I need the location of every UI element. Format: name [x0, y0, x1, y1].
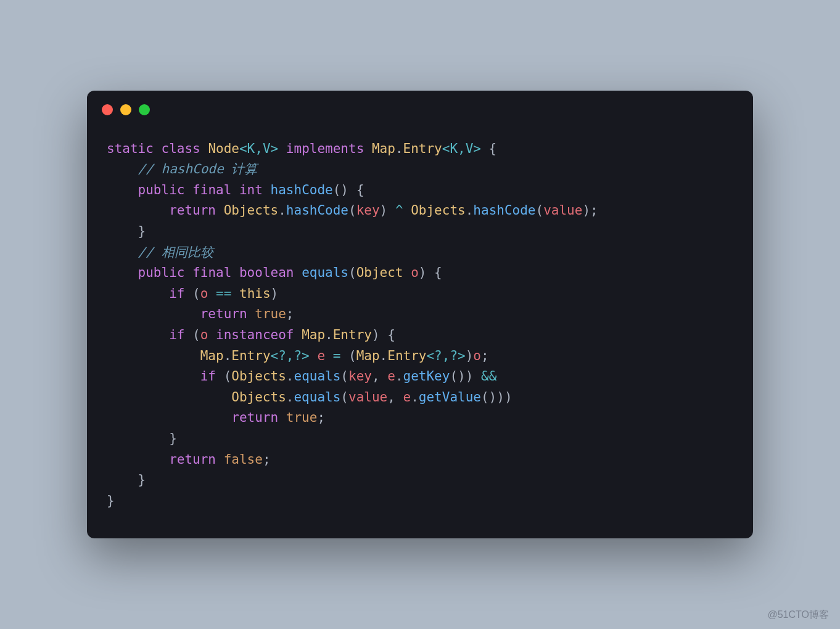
class-entry: Entry: [231, 348, 270, 363]
semicolon: ;: [317, 410, 325, 425]
keyword-public: public: [138, 183, 185, 197]
brace: {: [380, 327, 395, 342]
brace: {: [481, 141, 496, 156]
paren-open: (: [348, 265, 356, 280]
keyword-final: final: [192, 265, 231, 280]
brace: {: [426, 265, 442, 280]
paren: (): [333, 183, 348, 197]
type-node: Node: [208, 141, 239, 156]
method-getvalue: getValue: [419, 390, 481, 405]
paren-open: (: [536, 203, 544, 218]
var-o: o: [473, 348, 481, 363]
var-e: e: [387, 369, 395, 384]
dot: .: [325, 327, 333, 342]
keyword-return: return: [231, 410, 278, 425]
literal-true: true: [255, 306, 286, 321]
param-o: o: [403, 265, 419, 280]
class-entry: Entry: [333, 327, 372, 342]
type-map: Map: [372, 141, 395, 156]
keyword-final: final: [192, 183, 231, 197]
code-window: static class Node<K,V> implements Map.En…: [87, 91, 753, 539]
paren-open: (: [348, 203, 356, 218]
semicolon: ;: [590, 203, 598, 218]
semicolon: ;: [481, 348, 489, 363]
paren-open: (: [184, 327, 200, 342]
generic: <K,V>: [442, 141, 481, 156]
paren-open: (: [216, 369, 231, 384]
operator-assign: =: [333, 348, 341, 363]
dot: .: [395, 369, 403, 384]
keyword-implements: implements: [286, 141, 364, 156]
keyword-if: if: [169, 286, 184, 301]
class-objects: Objects: [231, 390, 286, 405]
var-e: e: [310, 348, 333, 363]
keyword-if: if: [169, 327, 184, 342]
paren-open: (: [340, 369, 348, 384]
comment: // hashCode 计算: [138, 162, 258, 176]
keyword-public: public: [138, 265, 185, 280]
operator-and: &&: [473, 369, 496, 384]
minimize-icon[interactable]: [120, 104, 131, 115]
watermark: @51CTO博客: [767, 609, 829, 622]
comment: // 相同比较: [138, 245, 213, 260]
maximize-icon[interactable]: [139, 104, 150, 115]
literal-true: true: [286, 410, 318, 425]
dot: .: [411, 390, 419, 405]
method-getkey: getKey: [403, 369, 450, 384]
operator-xor: ^: [387, 203, 411, 218]
paren-open: (: [340, 348, 356, 363]
generic: <?,?>: [271, 348, 310, 363]
param-value: value: [348, 390, 387, 405]
literal-false: false: [224, 452, 263, 467]
class-objects: Objects: [411, 203, 466, 218]
keyword-class: class: [162, 141, 200, 156]
var-o: o: [200, 286, 208, 301]
brace: {: [348, 183, 364, 197]
param-value: value: [543, 203, 582, 218]
paren-close: ): [466, 369, 474, 384]
operator-eq: ==: [208, 286, 239, 301]
code-content: static class Node<K,V> implements Map.En…: [87, 121, 753, 539]
generic: <K,V>: [239, 141, 278, 156]
paren-close: )): [496, 390, 512, 405]
param-key: key: [356, 203, 380, 218]
class-map: Map: [302, 327, 325, 342]
paren-close: ): [271, 286, 279, 301]
method-hashcode: hashCode: [271, 183, 333, 197]
comma: ,: [372, 369, 387, 384]
keyword-int: int: [239, 183, 263, 197]
paren-close: ): [466, 348, 474, 363]
dot: .: [224, 348, 232, 363]
method-hashcode: hashCode: [286, 203, 348, 218]
paren-close: ): [582, 203, 590, 218]
class-objects: Objects: [231, 369, 286, 384]
semicolon: ;: [286, 306, 294, 321]
paren-close: ): [419, 265, 427, 280]
keyword-return: return: [169, 452, 216, 467]
dot: .: [395, 141, 403, 156]
method-equals: equals: [294, 369, 340, 384]
brace: }: [138, 472, 146, 487]
type-entry: Entry: [403, 141, 442, 156]
keyword-static: static: [107, 141, 154, 156]
var-o: o: [200, 327, 208, 342]
semicolon: ;: [263, 452, 271, 467]
close-icon[interactable]: [102, 104, 113, 115]
window-titlebar: [87, 91, 753, 121]
dot: .: [278, 203, 286, 218]
generic: <?,?>: [426, 348, 465, 363]
paren-open: (: [184, 286, 200, 301]
class-map: Map: [200, 348, 224, 363]
dot: .: [286, 390, 294, 405]
keyword-return: return: [169, 203, 216, 218]
paren: (): [450, 369, 465, 384]
class-objects: Objects: [224, 203, 279, 218]
method-equals: equals: [294, 390, 340, 405]
class-entry: Entry: [387, 348, 426, 363]
dot: .: [286, 369, 294, 384]
keyword-if: if: [200, 369, 216, 384]
brace: }: [107, 493, 115, 508]
brace: }: [138, 224, 146, 239]
class-map: Map: [356, 348, 380, 363]
paren-open: (: [340, 390, 348, 405]
